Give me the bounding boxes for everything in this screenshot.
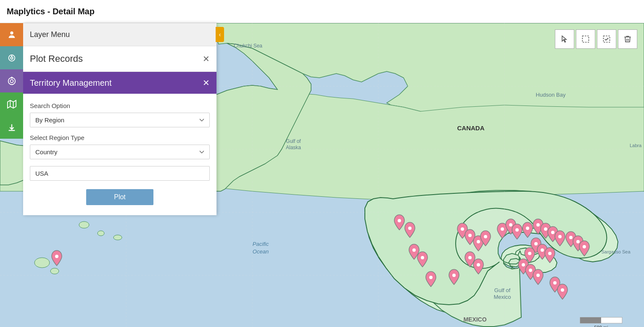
plot-button[interactable]: Plot bbox=[86, 189, 153, 205]
svg-point-29 bbox=[412, 248, 416, 252]
region-input[interactable] bbox=[30, 166, 210, 181]
svg-text:Chukchi Sea: Chukchi Sea bbox=[234, 43, 262, 49]
territory-section: Territory Management ✕ bbox=[23, 72, 216, 94]
sidebar-person-icon[interactable] bbox=[0, 23, 23, 46]
svg-point-30 bbox=[421, 256, 424, 259]
svg-point-45 bbox=[551, 231, 554, 234]
form-area: Search Option By Region By Territory By … bbox=[23, 94, 216, 215]
search-option-select[interactable]: By Region By Territory By Account bbox=[30, 113, 210, 127]
svg-point-12 bbox=[98, 231, 104, 236]
svg-point-43 bbox=[536, 223, 540, 227]
svg-text:Pacific: Pacific bbox=[253, 241, 269, 247]
svg-text:Sargasso Sea: Sargasso Sea bbox=[601, 249, 631, 254]
svg-point-44 bbox=[544, 227, 547, 231]
title-bar: Maplytics - Detail Map bbox=[0, 0, 644, 23]
svg-point-63 bbox=[10, 31, 13, 34]
svg-point-42 bbox=[526, 227, 529, 230]
svg-point-53 bbox=[528, 252, 531, 255]
icon-rail bbox=[0, 23, 23, 327]
map-toolbar bbox=[555, 29, 637, 49]
svg-point-68 bbox=[10, 79, 13, 82]
plot-records-header: Plot Records ✕ bbox=[30, 46, 210, 71]
region-type-select[interactable]: Country State City Zip Code bbox=[30, 145, 210, 159]
svg-text:500 mi: 500 mi bbox=[594, 325, 608, 327]
svg-rect-61 bbox=[580, 317, 601, 323]
svg-point-55 bbox=[529, 269, 532, 272]
svg-text:Gulf of: Gulf of bbox=[286, 138, 301, 144]
delete-button[interactable] bbox=[618, 29, 637, 49]
search-option-label: Search Option bbox=[30, 102, 210, 109]
svg-text:Gulf of: Gulf of bbox=[494, 287, 511, 293]
svg-point-52 bbox=[548, 252, 552, 255]
svg-point-34 bbox=[477, 240, 480, 243]
svg-point-31 bbox=[429, 276, 433, 279]
svg-text:Hudson Bay: Hudson Bay bbox=[536, 92, 566, 98]
layer-menu-header: Layer Menu ‹ bbox=[23, 23, 216, 46]
svg-point-38 bbox=[452, 274, 456, 277]
sidebar-route-icon[interactable] bbox=[0, 46, 23, 69]
svg-text:Labra: Labra bbox=[630, 143, 642, 148]
svg-point-58 bbox=[561, 288, 564, 292]
select-tool-button[interactable] bbox=[555, 29, 574, 49]
svg-text:MEXICO: MEXICO bbox=[463, 316, 486, 323]
svg-point-11 bbox=[79, 222, 89, 228]
sidebar-map-icon[interactable] bbox=[0, 92, 23, 116]
svg-point-54 bbox=[522, 263, 525, 266]
svg-point-48 bbox=[576, 240, 580, 243]
svg-point-35 bbox=[484, 235, 487, 238]
plot-records-close-button[interactable]: ✕ bbox=[203, 54, 210, 64]
svg-point-69 bbox=[11, 77, 12, 78]
sidebar-region-icon[interactable] bbox=[0, 69, 23, 92]
plot-records-section: Plot Records ✕ bbox=[23, 46, 216, 72]
svg-point-57 bbox=[553, 281, 557, 285]
lasso-select-button[interactable] bbox=[576, 29, 595, 49]
svg-point-49 bbox=[583, 245, 586, 248]
collapse-button[interactable]: ‹ bbox=[216, 27, 224, 42]
territory-close-button[interactable]: ✕ bbox=[203, 78, 210, 88]
svg-point-67 bbox=[8, 77, 15, 84]
svg-point-13 bbox=[113, 235, 122, 240]
check-selection-button[interactable] bbox=[597, 29, 616, 49]
region-type-label: Select Region Type bbox=[30, 134, 210, 141]
territory-management-title: Territory Management bbox=[30, 78, 112, 88]
svg-point-32 bbox=[461, 227, 464, 231]
svg-point-40 bbox=[509, 223, 512, 227]
panel: Layer Menu ‹ Plot Records ✕ Territory Ma… bbox=[23, 23, 216, 215]
svg-point-37 bbox=[477, 263, 480, 266]
svg-point-41 bbox=[515, 228, 519, 232]
svg-text:Ocean: Ocean bbox=[253, 248, 269, 255]
svg-marker-70 bbox=[7, 100, 16, 108]
svg-point-56 bbox=[536, 274, 540, 277]
svg-marker-74 bbox=[562, 36, 566, 42]
layer-menu-title: Layer Menu bbox=[30, 30, 70, 39]
svg-point-59 bbox=[55, 255, 58, 258]
svg-point-46 bbox=[558, 235, 562, 238]
svg-point-50 bbox=[534, 242, 538, 245]
svg-point-9 bbox=[34, 258, 50, 268]
svg-rect-75 bbox=[583, 36, 589, 42]
svg-point-39 bbox=[501, 227, 504, 231]
app-title: Maplytics - Detail Map bbox=[7, 7, 95, 16]
svg-text:Alaska: Alaska bbox=[286, 145, 301, 150]
svg-point-47 bbox=[569, 236, 573, 239]
sidebar-download-icon[interactable] bbox=[0, 116, 23, 139]
svg-point-36 bbox=[468, 256, 472, 259]
svg-point-65 bbox=[11, 57, 13, 59]
svg-point-28 bbox=[408, 227, 412, 230]
svg-text:Mexico: Mexico bbox=[494, 294, 511, 300]
plot-records-title: Plot Records bbox=[30, 53, 83, 64]
svg-point-27 bbox=[398, 219, 401, 222]
svg-point-10 bbox=[50, 268, 59, 274]
svg-point-51 bbox=[541, 248, 544, 252]
svg-point-33 bbox=[468, 234, 472, 237]
svg-text:CANADA: CANADA bbox=[457, 124, 485, 132]
